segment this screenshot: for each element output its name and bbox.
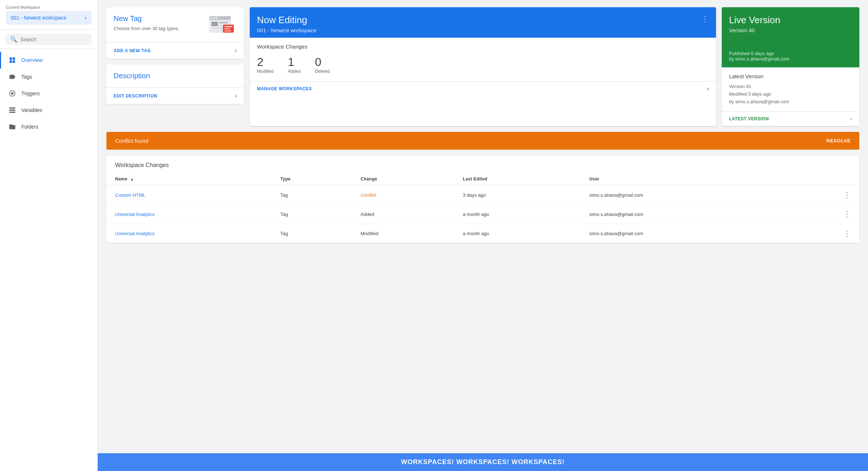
current-workspace-section: Current Workspace 001 - Newest workspace… xyxy=(0,0,97,30)
search-icon: 🔍 xyxy=(10,36,17,43)
modified-stat: 2 Modified xyxy=(257,55,273,74)
cell-name: Universal Analytics xyxy=(106,224,271,243)
new-tag-description: Choose from over 30 tag types. xyxy=(114,26,179,31)
edit-description-link[interactable]: EDIT DESCRIPTION xyxy=(114,93,157,99)
conflict-banner: Conflict found RESOLVE xyxy=(106,132,859,150)
live-version-card: Live Version Version 40 Published 6 days… xyxy=(722,7,859,126)
description-card-body: Description xyxy=(106,64,244,87)
cell-change: Conflict xyxy=(352,186,454,205)
row-menu-button[interactable]: ⋮ xyxy=(788,205,859,224)
svg-point-5 xyxy=(11,92,14,95)
latest-version-title: Latest Version xyxy=(729,73,852,79)
now-editing-bottom: Workspace Changes 2 Modified 1 Added xyxy=(250,38,716,126)
sidebar-item-folders[interactable]: Folders xyxy=(0,118,97,135)
top-cards-row: New Tag Choose from over 30 tag types. xyxy=(106,7,859,126)
new-tag-title: New Tag xyxy=(114,14,179,23)
now-editing-header-text: Now Editing 001 - Newest workspace xyxy=(257,14,316,33)
description-title: Description xyxy=(114,72,237,80)
sidebar-item-variables[interactable]: Variables xyxy=(0,102,97,118)
cell-change-value: Modified xyxy=(361,231,378,236)
description-card-footer: EDIT DESCRIPTION › xyxy=(106,87,244,104)
svg-rect-3 xyxy=(13,61,15,63)
svg-rect-19 xyxy=(224,26,232,27)
table-row: Universal Analytics Tag Modified a month… xyxy=(106,224,859,243)
cell-change: Added xyxy=(352,205,454,224)
chevron-right-icon: › xyxy=(235,47,237,54)
manage-workspaces-link[interactable]: MANAGE WORKSPACES xyxy=(257,86,312,91)
modified-text: Modified 3 days ago xyxy=(729,91,852,98)
cell-change-value: Added xyxy=(361,212,374,217)
deleted-stat: 0 Deleted xyxy=(315,55,330,74)
svg-rect-14 xyxy=(211,22,218,26)
resolve-button[interactable]: RESOLVE xyxy=(826,138,851,143)
workspace-changes-table-title: Workspace Changes xyxy=(106,155,859,173)
svg-rect-2 xyxy=(10,61,12,63)
svg-rect-13 xyxy=(216,17,217,19)
overview-icon xyxy=(8,56,16,64)
sidebar-item-overview[interactable]: Overview xyxy=(0,52,97,68)
workspace-changes-title: Workspace Changes xyxy=(257,43,709,50)
latest-version-section: Latest Version Version 41 Modified 3 day… xyxy=(722,67,859,111)
now-editing-footer: MANAGE WORKSPACES › xyxy=(250,81,716,96)
cell-change-value: Conflict xyxy=(361,192,376,198)
col-last-edited: Last Edited xyxy=(454,173,580,186)
cell-user: simo.s.ahava@gmail.com xyxy=(581,186,788,205)
left-cards-column: New Tag Choose from over 30 tag types. xyxy=(106,7,244,126)
sidebar-item-folders-label: Folders xyxy=(21,124,38,130)
published-by: by simo.s.ahava@gmail.com xyxy=(729,56,852,62)
new-tag-card-footer: ADD A NEW TAG › xyxy=(106,42,244,59)
main-inner: New Tag Choose from over 30 tag types. xyxy=(98,0,868,453)
live-version-footer: LATEST VERSION › xyxy=(722,111,859,126)
col-name: Name ▲ xyxy=(106,173,271,186)
search-section: 🔍 xyxy=(0,30,97,49)
version-detail: Version 41 xyxy=(729,83,852,91)
variable-icon xyxy=(8,106,16,114)
col-user: User xyxy=(581,173,788,186)
more-options-icon[interactable]: ⋮ xyxy=(701,14,709,23)
folders-icon xyxy=(8,123,16,131)
sidebar-item-triggers-label: Triggers xyxy=(21,91,40,96)
svg-rect-11 xyxy=(211,17,212,19)
tag-icon xyxy=(8,73,16,81)
workspace-changes-table-card: Workspace Changes Name ▲ Type Change Las… xyxy=(106,155,859,243)
workspace-selector-button[interactable]: 001 - Newest workspace › xyxy=(6,11,92,25)
svg-rect-21 xyxy=(224,30,231,32)
added-stat: 1 Added xyxy=(288,55,300,74)
table-row: Universal Analytics Tag Added a month ag… xyxy=(106,205,859,224)
svg-rect-1 xyxy=(13,58,15,60)
cell-change: Modified xyxy=(352,224,454,243)
now-editing-card: Now Editing 001 - Newest workspace ⋮ Wor… xyxy=(250,7,716,126)
svg-rect-10 xyxy=(210,16,231,20)
now-editing-workspace-name: 001 - Newest workspace xyxy=(257,27,316,33)
cell-type: Tag xyxy=(271,205,352,224)
table-row: Custom HTML Tag Conflict 3 days ago simo… xyxy=(106,186,859,205)
cell-user: simo.s.ahava@gmail.com xyxy=(581,205,788,224)
chevron-right-icon: › xyxy=(85,14,87,21)
sidebar-item-tags-label: Tags xyxy=(21,74,32,80)
cell-last-edited: a month ago xyxy=(454,224,580,243)
workspace-name: 001 - Newest workspace xyxy=(11,15,66,21)
latest-version-link[interactable]: LATEST VERSION xyxy=(729,116,769,121)
row-menu-button[interactable]: ⋮ xyxy=(788,186,859,205)
add-new-tag-link[interactable]: ADD A NEW TAG xyxy=(114,48,151,53)
cell-name: Universal Analytics xyxy=(106,205,271,224)
sidebar-item-triggers[interactable]: Triggers xyxy=(0,85,97,102)
new-tag-card: New Tag Choose from over 30 tag types. xyxy=(106,7,244,59)
search-box: 🔍 xyxy=(6,34,92,45)
row-name-link[interactable]: Universal Analytics xyxy=(115,212,155,217)
row-name-link[interactable]: Custom HTML xyxy=(115,192,146,198)
sidebar-item-tags[interactable]: Tags xyxy=(0,68,97,85)
cell-type: Tag xyxy=(271,186,352,205)
live-version-header: Live Version Version 40 xyxy=(722,7,859,48)
deleted-count: 0 xyxy=(315,55,321,69)
col-change: Change xyxy=(352,173,454,186)
added-label: Added xyxy=(288,69,300,74)
new-tag-card-body: New Tag Choose from over 30 tag types. xyxy=(106,7,244,42)
col-type: Type xyxy=(271,173,352,186)
row-name-link[interactable]: Universal Analytics xyxy=(115,231,155,236)
sidebar-item-variables-label: Variables xyxy=(21,107,42,113)
row-menu-button[interactable]: ⋮ xyxy=(788,224,859,243)
published-text: Published 6 days ago xyxy=(729,51,852,56)
deleted-label: Deleted xyxy=(315,69,330,74)
search-input[interactable] xyxy=(20,37,87,42)
